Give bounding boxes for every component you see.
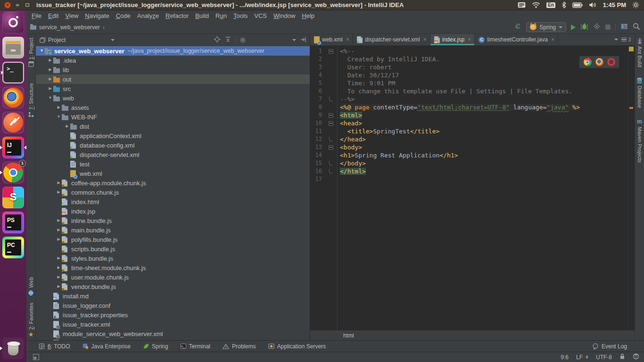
tree-toggle-arrow[interactable]: ▶ [56, 263, 62, 272]
launcher-terminal[interactable] [2, 62, 24, 83]
tree-toggle-arrow[interactable]: ▶ [56, 235, 62, 244]
editor-tab-dispatcher-servlet-xml[interactable]: dispatcher-servlet.xml× [353, 34, 430, 45]
tree-toggle-arrow[interactable]: ▶ [47, 74, 53, 84]
menu-file[interactable]: File [28, 11, 45, 20]
stop-button[interactable] [605, 25, 611, 30]
menu-run[interactable]: Run [212, 11, 230, 20]
tree-toggle-arrow[interactable]: ▶ [47, 84, 53, 93]
close-window-button[interactable]: × [4, 2, 11, 8]
event-log-button[interactable]: Event Log [592, 343, 627, 350]
tree-item-dispatcher-servlet-xml[interactable]: dispatcher-servlet.xml [36, 150, 310, 159]
caret-position[interactable]: 9:6 [561, 354, 569, 361]
tabs-dropdown-icon[interactable] [614, 39, 618, 41]
highlighting-level-face-icon[interactable] [633, 353, 639, 361]
run-configuration-select[interactable]: Spring [526, 22, 566, 32]
code-line-8[interactable]: 8<%@ page contentType="text/html;charset… [310, 103, 628, 111]
tree-item-test[interactable]: test [36, 159, 310, 169]
menu-analyze[interactable]: Analyze [134, 11, 162, 20]
tree-item-web-xml[interactable]: web.xml [36, 169, 310, 178]
code-line-5[interactable]: 5 Time: 9:01 PM [310, 79, 628, 87]
tree-item-lib[interactable]: ▶lib [36, 65, 310, 74]
tree-item-common-chunk-js[interactable]: ▶JScommon.chunk.js [36, 188, 310, 197]
fold-marker[interactable] [323, 135, 337, 143]
tree-toggle-arrow[interactable]: ▶ [56, 254, 62, 263]
tool-stripe-database[interactable]: Database [636, 77, 643, 108]
launcher-firefox[interactable] [2, 87, 24, 108]
fold-marker[interactable] [323, 47, 337, 55]
launcher-phpstorm[interactable] [2, 212, 24, 233]
tree-toggle-arrow[interactable]: ▼ [56, 112, 62, 122]
toolwindow-button-application-servers[interactable]: Application Servers [268, 343, 326, 350]
bluetooth-icon[interactable] [561, 1, 566, 8]
menu-help[interactable]: Help [298, 11, 318, 20]
fold-marker[interactable] [323, 119, 337, 127]
fold-marker[interactable] [323, 111, 337, 119]
tree-item-service-web-webserver[interactable]: ▼service_web_webserver~/java_project/iss… [36, 46, 310, 56]
indicator-messages-icon[interactable] [518, 2, 526, 8]
code-line-4[interactable]: 4 Date: 30/12/17 [310, 71, 628, 79]
tab-close-icon[interactable]: × [346, 36, 349, 43]
toolwindow-button-terminal[interactable]: Terminal [181, 343, 210, 350]
tree-toggle-arrow[interactable]: ▶ [56, 216, 62, 225]
tree-item-assets[interactable]: ▶assets [36, 103, 310, 112]
fold-marker[interactable] [323, 95, 337, 103]
tool-stripe-1-project[interactable]: 1: Project [28, 38, 34, 67]
fold-marker[interactable] [323, 167, 337, 175]
tree-item-web-inf[interactable]: ▼WEB-INF [36, 112, 310, 122]
hide-panel-icon[interactable] [300, 36, 307, 44]
editor-tab-index-jsp[interactable]: JSPindex.jsp× [430, 34, 475, 45]
minimize-window-button[interactable] [14, 2, 21, 8]
fold-marker[interactable] [323, 159, 337, 167]
tree-item-out[interactable]: ▶out [36, 74, 310, 84]
tree-toggle-arrow[interactable]: ▶ [56, 225, 62, 235]
run-button[interactable] [571, 25, 576, 30]
toolwindow-button-spring[interactable]: Spring [143, 343, 168, 350]
tree-item-install-md[interactable]: MDinstall.md [36, 291, 310, 301]
tree-toggle-arrow[interactable]: ▼ [47, 93, 53, 103]
tool-stripe-2-favorites[interactable]: 2: Favorites★ [28, 303, 34, 337]
tool-stripe-maven-projects[interactable]: mMaven Projects [637, 118, 643, 163]
tree-toggle-arrow[interactable]: ▶ [64, 122, 70, 131]
tree-item-src[interactable]: ▶src [36, 84, 310, 93]
navigation-bar[interactable]: service_web_webserver › [30, 24, 105, 31]
toolwindow-button-java-enterprise[interactable]: Java Enterprise [83, 343, 131, 350]
tab-close-icon[interactable]: × [551, 36, 554, 43]
open-in-firefox-icon[interactable] [595, 58, 603, 66]
breadcrumb-html[interactable]: html [343, 332, 354, 339]
open-in-opera-icon[interactable] [607, 58, 615, 66]
code-line-12[interactable]: 12</head> [310, 135, 628, 143]
code-line-7[interactable]: 7--%> [310, 95, 628, 103]
menu-build[interactable]: Build [192, 11, 212, 20]
code-line-17[interactable]: 17 [310, 175, 628, 183]
session-gear-icon[interactable] [632, 1, 639, 8]
code-line-14[interactable]: 14<h1>Spring Rest Application</h1> [310, 151, 628, 159]
tree-item-web[interactable]: ▼web [36, 93, 310, 103]
error-stripe[interactable] [628, 46, 635, 330]
search-everywhere-icon[interactable] [633, 23, 640, 32]
menu-refactor[interactable]: Refactor [162, 11, 192, 20]
debug-button[interactable] [580, 23, 588, 32]
clock[interactable]: 1:45 PM [603, 1, 626, 8]
panel-settings-button[interactable] [239, 37, 296, 43]
tree-item-vendor-bundle-js[interactable]: ▶JSvendor.bundle.js [36, 282, 310, 291]
code-line-13[interactable]: 13<body> [310, 143, 628, 151]
menu-vcs[interactable]: VCS [251, 11, 270, 20]
line-separator-indicator[interactable]: LF [576, 354, 588, 361]
warning-stripe-mark[interactable] [629, 107, 633, 109]
tree-item-inline-bundle-js[interactable]: ▶JSinline.bundle.js [36, 216, 310, 225]
menu-view[interactable]: View [62, 11, 82, 20]
tool-stripe-7-structure[interactable]: 7: Structure [28, 83, 34, 117]
code-line-9[interactable]: 9<html> [310, 111, 628, 119]
menu-edit[interactable]: Edit [45, 11, 62, 20]
tab-close-icon[interactable]: × [468, 36, 471, 43]
menu-navigate[interactable]: Navigate [82, 11, 112, 20]
tree-item-user-module-chunk-js[interactable]: ▶JSuser.module.chunk.js [36, 272, 310, 282]
tree-item-index-jsp[interactable]: JSPindex.jsp [36, 206, 310, 216]
inspection-status-square[interactable] [629, 47, 634, 51]
tree-item-partial[interactable] [36, 338, 310, 340]
tree-toggle-arrow[interactable]: ▶ [47, 65, 53, 74]
run-with-coverage-button[interactable] [593, 23, 601, 32]
tree-item-index-html[interactable]: Hindex.html [36, 197, 310, 206]
tool-stripe-web[interactable]: Web [28, 277, 34, 296]
launcher-slack[interactable] [2, 187, 24, 208]
